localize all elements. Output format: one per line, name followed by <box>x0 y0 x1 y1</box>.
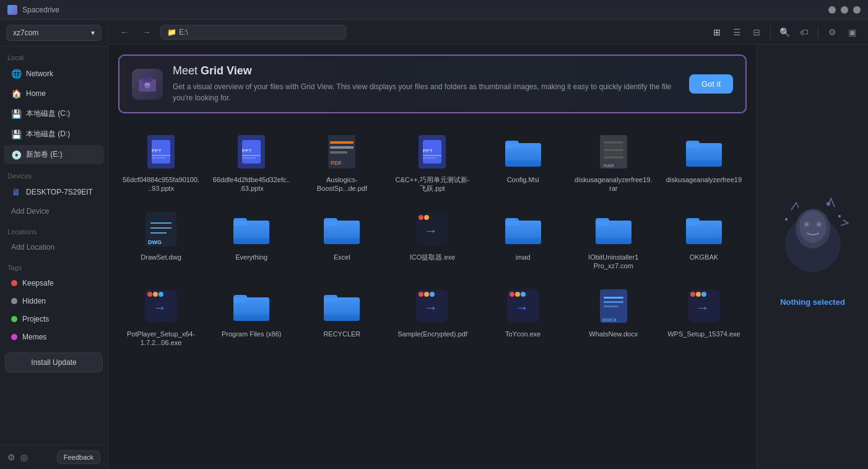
sidebar-item-tag-hidden[interactable]: Hidden <box>4 292 104 310</box>
maximize-button[interactable] <box>841 6 848 14</box>
svg-point-53 <box>424 215 429 220</box>
file-name: Excel <box>334 253 350 261</box>
got-it-button[interactable]: Got it <box>689 74 733 94</box>
breadcrumb-icon: 📁 <box>167 28 176 37</box>
file-name: PotPlayer_Setup_x64-1.7.2...06.exe <box>122 330 200 348</box>
tag-button[interactable]: 🏷 <box>796 24 813 41</box>
view-media-button[interactable]: ⊟ <box>748 24 765 41</box>
list-item[interactable]: Program Files (x86) <box>209 280 294 353</box>
list-item[interactable]: DWG DrawSet.dwg <box>118 203 204 276</box>
tags-section-label: Tags <box>0 256 108 274</box>
file-icon <box>594 209 633 249</box>
banner-title: Meet Grid View <box>173 64 679 77</box>
file-name: imad <box>516 253 531 261</box>
tag-label-keepsafe: Keepsafe <box>22 279 54 287</box>
file-icon <box>684 209 724 249</box>
list-item[interactable]: RAR diskusageanalyzerfree19.rar <box>571 126 656 198</box>
list-item[interactable]: diskusageanalyzerfree19 <box>661 126 747 198</box>
svg-point-83 <box>430 292 435 297</box>
install-update-button[interactable]: Install Update <box>5 353 103 372</box>
back-button[interactable]: ← <box>116 24 133 41</box>
file-name: Everything <box>235 253 267 261</box>
add-location-button[interactable]: Add Location <box>4 239 104 256</box>
svg-point-82 <box>424 292 429 297</box>
list-item[interactable]: PPT 56dcf04884c955fa90100...93.pptx <box>118 126 204 198</box>
file-name: ICO提取器.exe <box>410 253 455 261</box>
view-grid-button[interactable]: ⊞ <box>708 24 726 41</box>
list-item[interactable]: → WPS_Setup_15374.exe <box>661 280 747 353</box>
svg-point-70 <box>158 292 163 297</box>
svg-text:RAR: RAR <box>604 163 614 169</box>
sidebar-item-disk-e[interactable]: 💿 新加卷 (E:) <box>4 145 104 164</box>
list-item[interactable]: OKGBAK <box>661 203 747 276</box>
sidebar-item-disk-c[interactable]: 💾 本地磁盘 (C:) <box>4 104 104 123</box>
sidebar-item-home[interactable]: 🏠 Home <box>4 84 104 103</box>
list-item[interactable]: PPT 66ddfe4d2fdbe45d32efc...63.pptx <box>209 126 294 198</box>
list-item[interactable]: → PotPlayer_Setup_x64-1.7.2...06.exe <box>118 280 204 353</box>
svg-text:→: → <box>515 300 529 315</box>
status-icon[interactable]: ◎ <box>20 452 28 462</box>
svg-rect-37 <box>686 143 722 160</box>
svg-rect-30 <box>604 149 623 151</box>
sidebar-item-tag-memes[interactable]: Memes <box>4 328 104 346</box>
file-area: Meet Grid View Get a visual overview of … <box>108 45 757 469</box>
account-selector[interactable]: xz7com ▾ <box>6 25 102 41</box>
list-item[interactable]: Config.Msi <box>480 126 566 198</box>
file-name: C&C++,巧用单元测试新-飞跃.ppt <box>393 175 471 193</box>
view-list-button[interactable]: ☰ <box>728 24 745 41</box>
svg-rect-91 <box>604 297 623 299</box>
svg-rect-66 <box>686 221 722 238</box>
list-item[interactable]: IObitUninstaller1 Pro_xz7.com <box>571 203 656 276</box>
file-icon <box>322 209 362 249</box>
list-item[interactable]: → Sample(Encrypted).pdf <box>389 280 475 353</box>
file-name: diskusageanalyzerfree19.rar <box>575 175 653 193</box>
tag-label-hidden: Hidden <box>22 297 46 305</box>
breadcrumb[interactable]: 📁 E:\ <box>160 25 346 40</box>
file-name: Program Files (x86) <box>222 330 282 338</box>
file-icon: DOCX <box>594 286 633 326</box>
list-item[interactable]: → ToYcon.exe <box>480 280 566 353</box>
devices-section-label: Devices <box>0 165 108 182</box>
sidebar-item-tag-projects[interactable]: Projects <box>4 310 104 328</box>
svg-point-87 <box>515 292 520 297</box>
list-item[interactable]: → ICO提取器.exe <box>389 203 475 276</box>
svg-rect-62 <box>596 221 631 238</box>
list-item[interactable]: RECYCLER <box>299 280 384 353</box>
filter-button[interactable]: ⚙ <box>823 24 841 41</box>
minimize-button[interactable] <box>828 6 836 14</box>
svg-text:→: → <box>424 223 438 239</box>
list-item[interactable]: Excel <box>299 203 384 276</box>
search-button[interactable]: 🔍 <box>776 24 793 41</box>
svg-point-98 <box>701 292 706 297</box>
svg-rect-14 <box>330 141 354 144</box>
file-icon: PPT <box>232 132 271 172</box>
sidebar-item-network[interactable]: 🌐 Network <box>4 64 104 83</box>
svg-rect-22 <box>423 157 436 159</box>
forward-button[interactable]: → <box>138 24 155 41</box>
sidebar-item-disk-d[interactable]: 💾 本地磁盘 (D:) <box>4 125 104 144</box>
install-update-label: Install Update <box>31 358 76 367</box>
settings-icon[interactable]: ⚙ <box>7 452 15 462</box>
file-icon: PPT <box>412 132 452 172</box>
decorative-character <box>773 195 853 275</box>
feedback-button[interactable]: Feedback <box>57 450 100 464</box>
disk-c-icon: 💾 <box>11 109 21 119</box>
sidebar-item-desktop[interactable]: 🖥 DESKTOP-7S29EIT <box>4 183 104 201</box>
svg-text:DWG: DWG <box>148 239 162 245</box>
svg-rect-58 <box>505 221 541 238</box>
list-item[interactable]: Everything <box>209 203 294 276</box>
account-section: xz7com ▾ <box>0 20 108 46</box>
toolbar-divider-2 <box>818 26 818 38</box>
list-item[interactable]: PDF Auslogics-BoostSp...de.pdf <box>299 126 384 198</box>
list-item[interactable]: imad <box>480 203 566 276</box>
local-section-label: Local <box>0 46 108 64</box>
selected-text: selected <box>810 297 845 307</box>
svg-rect-46 <box>233 221 269 238</box>
list-item[interactable]: PPT C&C++,巧用单元测试新-飞跃.ppt <box>389 126 475 198</box>
sidebar-toggle-button[interactable]: ▣ <box>843 24 861 41</box>
sidebar-item-tag-keepsafe[interactable]: Keepsafe <box>4 274 104 292</box>
close-button[interactable] <box>853 6 861 14</box>
svg-point-102 <box>799 211 827 243</box>
add-device-button[interactable]: Add Device <box>4 203 104 220</box>
list-item[interactable]: DOCX WhatsNew.docx <box>571 280 656 353</box>
